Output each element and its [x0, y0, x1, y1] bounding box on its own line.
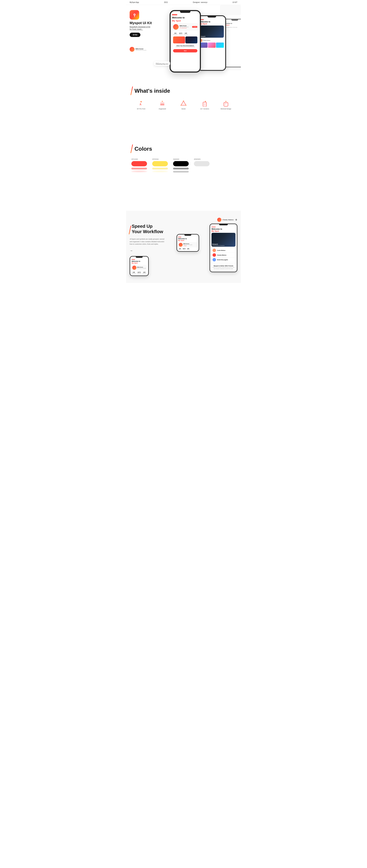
- spacer-3: [126, 180, 241, 190]
- speedup-title: Speed Up Your Workflow: [132, 224, 163, 235]
- phone-notch-second: [207, 16, 216, 18]
- feature-organized-label: Organized: [159, 108, 166, 110]
- welcome-spot: My Spot: [172, 20, 198, 22]
- colors-accent-slash: [131, 145, 133, 153]
- svg-rect-5: [160, 102, 164, 103]
- ui-kit-button[interactable]: UI Kit: [130, 33, 140, 37]
- color-red-hex: #FF433D: [131, 158, 147, 160]
- spacer-5: [126, 200, 241, 211]
- floating-name: Billie Kunze: [136, 48, 146, 50]
- spacer-4: [126, 190, 241, 200]
- colors-section: Colors #FF433D #FFE352 #000000 #E5E5E5: [126, 137, 241, 180]
- svg-point-10: [186, 105, 187, 106]
- speedup-description: All layers and symbols are neatly groupe…: [130, 238, 164, 245]
- feature-organized: Organized: [154, 100, 170, 110]
- speedup-section: Chasity Watsica Speed Up Your Workflow A…: [126, 211, 241, 283]
- svg-marker-8: [181, 101, 186, 105]
- color-yellow-pill-sm: [152, 168, 168, 169]
- svg-point-11: [180, 105, 181, 106]
- next-button[interactable]: Next: [173, 49, 197, 53]
- friend-3: Dimitri McLaughlin: [213, 257, 234, 262]
- spacer-2: [126, 127, 241, 137]
- feature-screens: 22+ Screens: [197, 100, 213, 110]
- nav-left: MySpot App: [130, 1, 139, 3]
- arrow-button[interactable]: →: [130, 249, 133, 253]
- stats-row: 130 Histograms 6272 Followers 105 Follow…: [172, 32, 198, 36]
- color-black: #000000: [173, 158, 189, 173]
- svg-point-9: [183, 100, 184, 101]
- feature-vector: Vector: [176, 100, 191, 110]
- friend-1: Curtis Rolfson: [213, 248, 234, 253]
- color-black-pill-sm-2: [173, 171, 189, 173]
- whats-inside-title: What's inside: [135, 88, 170, 94]
- color-red-pill-sm: [131, 168, 147, 169]
- large-phone: Welcome to My Spot Newyork United States…: [209, 224, 237, 272]
- color-yellow: #FFE352: [152, 158, 168, 173]
- city-image: Newyork: [200, 26, 224, 38]
- img-card-1: [173, 36, 185, 43]
- color-yellow-pill: [152, 161, 168, 166]
- top-nav: MySpot App 2021 Designer: ramonyv UI KIT: [126, 0, 241, 5]
- svg-rect-6: [160, 103, 164, 104]
- hero-subtitle: Beautifully Designed UI Kit for Food, tr…: [130, 26, 152, 31]
- speedup-right: Welcome to My Spot Newyork United States…: [176, 224, 237, 276]
- phone-notch-main: [180, 11, 191, 13]
- svg-point-4: [162, 101, 163, 102]
- feature-font-label: SF Pro Font: [137, 108, 145, 110]
- color-red-pill: [131, 161, 147, 166]
- svg-rect-14: [204, 103, 206, 106]
- app-icon: [130, 10, 139, 20]
- color-yellow-shadow: [152, 171, 168, 172]
- avatar-img: [217, 218, 221, 222]
- svg-rect-16: [224, 102, 228, 106]
- friend-2: Chasity Watsica: [213, 253, 234, 257]
- spacer-1: [126, 117, 241, 127]
- avatar-name: Chasity Watsica: [222, 219, 233, 221]
- features-grid: A SF Pro Font Organized: [131, 100, 236, 110]
- svg-point-12: [205, 101, 206, 102]
- accent-slash: [131, 87, 133, 95]
- feature-screens-label: 22+ Screens: [200, 108, 209, 110]
- city-img-large: Newyork United States of America: [211, 233, 235, 247]
- nav-right: UI KIT: [232, 1, 237, 3]
- friends-list: Curtis Rolfson Chasity Watsica Dimitri M…: [211, 247, 235, 263]
- nav-center-left: 2021: [164, 1, 168, 3]
- whats-inside-section: What's inside A SF Pro Font: [126, 80, 241, 117]
- avatar-badge: Chasity Watsica: [130, 218, 237, 222]
- phone-notch-third: [231, 20, 238, 21]
- color-black-pill-sm-1: [173, 168, 189, 169]
- phone-screen-main: Welcome to My Spot Billie Kunze New York…: [171, 11, 200, 71]
- feature-vector-label: Vector: [181, 108, 186, 110]
- avatar-action-icon: [234, 218, 237, 221]
- welcome-title: Welcome to: [172, 16, 198, 19]
- colors-title-wrap: Colors: [131, 145, 236, 153]
- feature-minimal-label: Minimal Design: [221, 108, 231, 110]
- svg-point-2: [140, 101, 142, 102]
- phone-main: Welcome to My Spot Billie Kunze New York…: [170, 10, 201, 72]
- mini-phone-small: Welcome to My Spot Billie Kunze New York…: [130, 256, 149, 276]
- svg-text:A: A: [139, 103, 141, 106]
- svg-rect-7: [160, 104, 164, 105]
- nav-center: Designer: ramonyv: [193, 1, 207, 3]
- profile-name: Billie Kunze: [180, 25, 189, 26]
- section-title-wrap: What's inside: [131, 87, 236, 95]
- friends-footer: Myspot Is Better With Friends Follow you…: [211, 264, 235, 270]
- feature-minimal: Minimal Design: [218, 100, 234, 110]
- follow-button[interactable]: + Follow: [192, 26, 197, 28]
- color-gray-pill: [194, 161, 209, 166]
- floating-profile: Billie Kunze Onboarding thing some: [130, 47, 146, 52]
- svg-point-1: [134, 14, 135, 15]
- color-black-pill: [173, 161, 189, 166]
- speedup-inner: Speed Up Your Workflow All layers and sy…: [130, 224, 237, 276]
- colors-title: Colors: [135, 146, 152, 152]
- img-card-2: [186, 36, 197, 43]
- speedup-accent: [129, 226, 131, 235]
- phone-second: Welcome to My Spot Newyork Chante Rolfso…: [197, 15, 226, 71]
- color-red-shadow: [131, 171, 147, 172]
- floating-connect-card: Sam H. Onboarding thing some: [154, 61, 170, 66]
- speedup-left: Speed Up Your Workflow All layers and sy…: [130, 224, 173, 276]
- overlap-phone: Welcome to My Spot Billie Kunze New York…: [176, 234, 199, 252]
- svg-point-15: [225, 101, 226, 102]
- color-black-hex: #000000: [173, 158, 189, 160]
- phones-container: Welcome to My Spot Billie Kunze New York…: [156, 8, 237, 78]
